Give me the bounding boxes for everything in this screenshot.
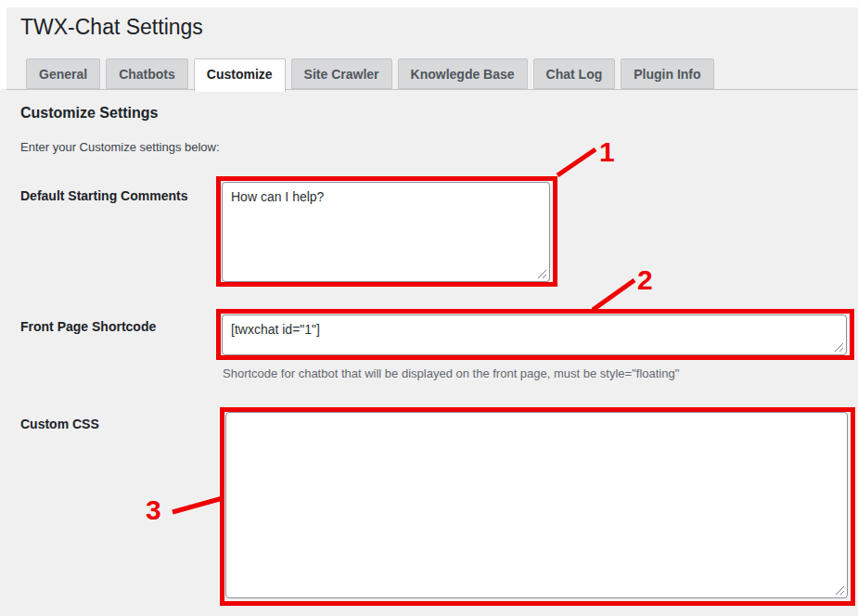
section-intro: Enter your Customize settings below: xyxy=(20,140,220,154)
page-title: TWX-Chat Settings xyxy=(20,13,203,41)
front-page-shortcode-description: Shortcode for chatbot that will be displ… xyxy=(223,366,679,380)
tab-knowlegde-base[interactable]: Knowlegde Base xyxy=(398,58,528,89)
front-page-shortcode-field-wrap: [twxchat id="1"] xyxy=(222,314,847,355)
section-heading: Customize Settings xyxy=(20,105,158,122)
front-page-shortcode-textarea[interactable]: [twxchat id="1"] xyxy=(222,314,847,355)
page-background-left xyxy=(0,89,6,616)
custom-css-textarea[interactable] xyxy=(225,412,848,598)
tab-general[interactable]: General xyxy=(26,58,100,89)
tab-site-crawler[interactable]: Site Crawler xyxy=(291,58,392,89)
twx-chat-settings-page: TWX-Chat Settings General Chatbots Custo… xyxy=(0,0,858,616)
tab-plugin-info[interactable]: Plugin Info xyxy=(621,58,713,89)
tab-chat-log[interactable]: Chat Log xyxy=(533,58,616,89)
tab-customize[interactable]: Customize xyxy=(194,58,286,92)
tab-bar: General Chatbots Customize Site Crawler … xyxy=(26,58,714,92)
tab-chatbots[interactable]: Chatbots xyxy=(106,58,188,89)
default-starting-comments-field-wrap: How can I help? xyxy=(222,182,550,282)
custom-css-label: Custom CSS xyxy=(20,417,99,432)
front-page-shortcode-label: Front Page Shortcode xyxy=(20,319,156,335)
custom-css-field-wrap xyxy=(225,412,848,598)
default-starting-comments-label: Default Starting Comments xyxy=(20,188,187,204)
default-starting-comments-textarea[interactable]: How can I help? xyxy=(222,182,550,282)
